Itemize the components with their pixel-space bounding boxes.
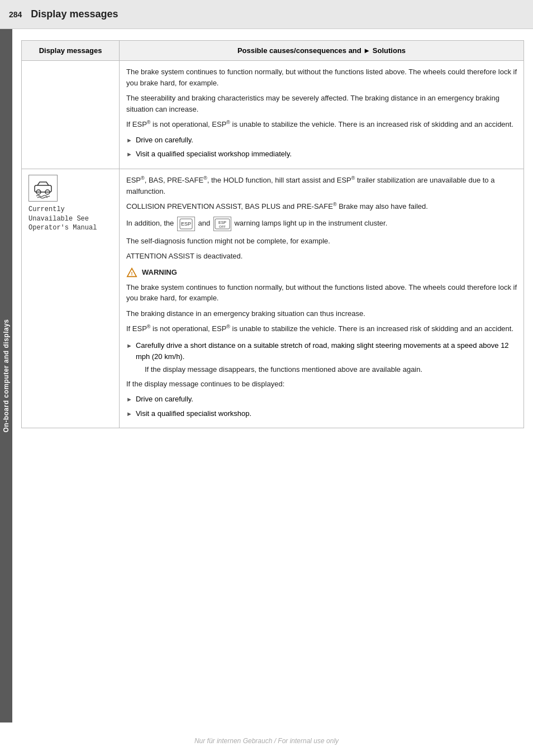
bullet-visit-workshop-1: ► Visit a qualified specialist workshop … [126,149,517,160]
para-esp-not-operational: If ESP® is not operational, ESP® is unab… [126,119,517,130]
col-header-display: Display messages [22,41,120,61]
svg-rect-0 [35,185,51,192]
causes-cell-1: The brake system continues to function n… [120,61,524,169]
table-row: CurrentlyUnavailable SeeOperator's Manua… [22,169,524,428]
para-self-diagnosis: The self-diagnosis function might not be… [126,236,517,247]
svg-text:OFF: OFF [219,225,226,228]
warning-triangle-icon: ! [126,267,137,277]
bullet-arrow-icon: ► [126,136,132,145]
bullet-content: Carefully drive a short distance on a su… [136,340,517,375]
para-steerability: The steerability and braking characteris… [126,93,517,114]
bullet-drive-carefully-1: ► Drive on carefully. [126,135,517,146]
warning-header: ! WARNING [126,267,517,277]
bullet-arrow-icon: ► [126,150,132,159]
table-row: The brake system continues to function n… [22,61,524,169]
footer-text: Nur für internen Gebrauch / For internal… [194,737,339,745]
causes-cell-2: ESP®, BAS, PRE-SAFE®, the HOLD function,… [120,169,524,428]
para-if-continues: If the display message continues to be d… [126,379,517,390]
car-esp-icon [32,178,54,199]
warning-para-brake: The brake system continues to function n… [126,282,517,304]
bullet-main-text: Carefully drive a short distance on a su… [136,341,509,361]
para-collision: COLLISION PREVENTION ASSIST, BAS PLUS an… [126,201,517,212]
warning-para-braking-distance: The braking distance in an emergency bra… [126,308,517,319]
car-warning-icon-box [28,175,58,202]
bullet-arrow-icon: ► [126,341,132,351]
display-cell-empty [22,61,120,169]
svg-text:!: ! [131,271,133,276]
display-message-label: CurrentlyUnavailable SeeOperator's Manua… [28,205,112,233]
main-content: Display messages Possible causes/consequ… [12,29,533,439]
bullet-drive-carefully-2: ► Drive on carefully. [126,394,517,405]
bullet-arrow-icon: ► [126,409,132,419]
para-warning-lamps: In addition, the ESP and ESP [126,217,517,231]
bullet-text: Drive on carefully. [136,394,193,405]
sidebar: On-board computer and displays [0,29,12,722]
bullet-arrow-icon: ► [126,395,132,404]
bullet-text: Visit a qualified specialist workshop im… [136,149,292,160]
warning-lamp-icon-1: ESP [177,217,195,231]
page-number: 284 [9,10,22,19]
warning-box: ! WARNING The brake system continues to … [126,267,517,334]
page-title: Display messages [31,8,118,20]
warning-lamp-icon-2: ESP OFF [213,217,231,231]
para-esp-unavailable: ESP®, BAS, PRE-SAFE®, the HOLD function,… [126,175,517,197]
bullet-visit-workshop-2: ► Visit a qualified specialist workshop. [126,408,517,419]
bullet-text: Drive on carefully. [136,135,193,146]
para-brake-normal: The brake system continues to function n… [126,66,517,88]
bullet-text: Visit a qualified specialist workshop. [136,408,251,419]
content-table: Display messages Possible causes/consequ… [21,40,524,428]
sidebar-label: On-board computer and displays [2,319,10,432]
para-attention-assist: ATTENTION ASSIST is deactivated. [126,251,517,262]
bullet-carefully-drive: ► Carefully drive a short distance on a … [126,340,517,375]
svg-text:ESP: ESP [218,221,226,224]
page-footer: Nur für internen Gebrauch / For internal… [0,737,533,745]
warning-label: WARNING [142,268,177,276]
warning-para-esp: If ESP® is not operational, ESP® is unab… [126,323,517,334]
bullet-sub-text: If the display message disappears, the f… [145,364,517,375]
display-cell-icon: CurrentlyUnavailable SeeOperator's Manua… [22,169,120,428]
page-header: 284 Display messages [0,0,533,29]
col-header-causes: Possible causes/consequences and ► Solut… [120,41,524,61]
svg-text:ESP: ESP [181,221,191,227]
